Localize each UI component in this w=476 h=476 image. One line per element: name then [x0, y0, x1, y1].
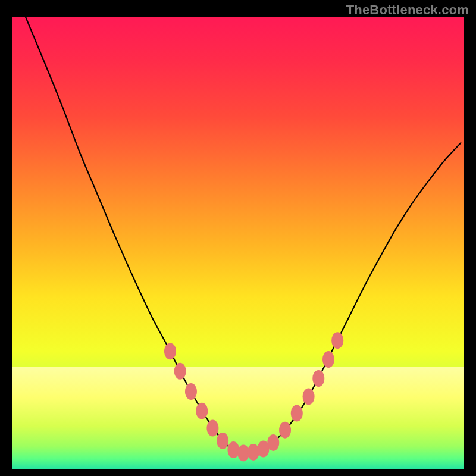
- sample-marker: [312, 370, 324, 387]
- sample-marker: [217, 433, 228, 449]
- sample-marker: [164, 343, 176, 359]
- chart-stage: { "watermark": "TheBottleneck.com", "fra…: [0, 0, 476, 476]
- chart-svg: [0, 0, 476, 476]
- sample-marker: [174, 363, 186, 380]
- sample-marker: [303, 388, 315, 405]
- sample-marker: [185, 383, 197, 400]
- sample-marker: [248, 444, 259, 461]
- sample-marker: [331, 332, 343, 349]
- sample-marker: [322, 351, 334, 368]
- sample-marker: [206, 420, 218, 437]
- watermark-text: TheBottleneck.com: [346, 2, 469, 18]
- sample-marker: [227, 441, 239, 458]
- sample-marker: [279, 422, 291, 439]
- sample-marker: [196, 403, 208, 419]
- sample-marker: [291, 405, 303, 422]
- sample-marker: [267, 434, 279, 451]
